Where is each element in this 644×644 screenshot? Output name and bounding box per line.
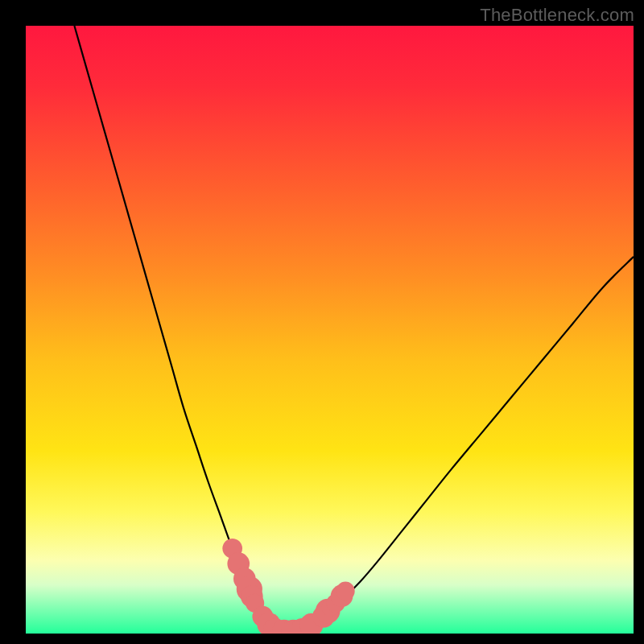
chart-svg (26, 26, 634, 634)
gradient-background (26, 26, 634, 634)
watermark-label: TheBottleneck.com (480, 5, 634, 26)
chart-frame: TheBottleneck.com (0, 0, 644, 644)
trough-marker (336, 582, 355, 601)
plot-area (26, 26, 634, 634)
